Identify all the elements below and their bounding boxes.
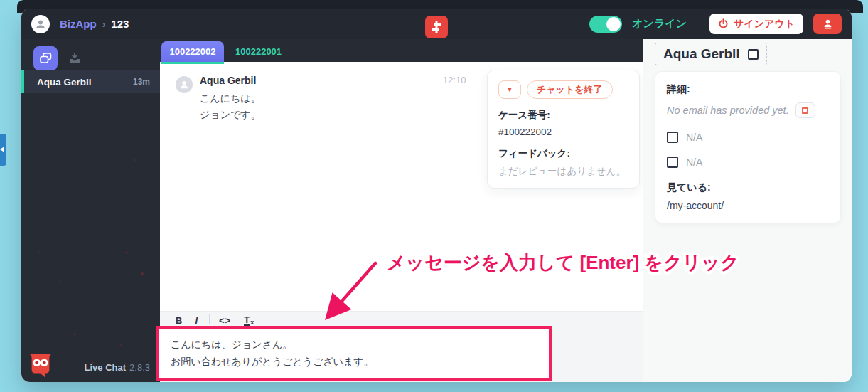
red-square-icon: [802, 107, 808, 114]
signout-button[interactable]: サインアウト: [709, 14, 803, 34]
message-line: ジョンです。: [200, 107, 261, 123]
na-checkbox-1[interactable]: [667, 132, 678, 143]
conversation-list-item[interactable]: Aqua Gerbil 13m: [21, 70, 160, 93]
online-status-toggle[interactable]: [589, 16, 622, 33]
center-app-button[interactable]: [425, 16, 448, 38]
tab-case-100222002[interactable]: 100222002: [161, 41, 224, 62]
message-body: こんにちは。 ジョンです。: [200, 90, 261, 123]
breadcrumb-page: 123: [111, 18, 129, 30]
transfer-glyph-icon: [429, 20, 444, 34]
message-avatar: [176, 76, 193, 93]
archive-tray-icon: [68, 51, 82, 65]
chats-filter-button[interactable]: [33, 46, 58, 70]
version-number: 2.8.3: [129, 362, 150, 373]
customer-checkbox[interactable]: [748, 49, 759, 60]
checkbox-row: N/A: [667, 157, 829, 168]
breadcrumb-chevron: ›: [102, 18, 106, 30]
user-avatar[interactable]: [31, 15, 50, 33]
italic-button[interactable]: I: [188, 313, 206, 326]
tab-case-100222001[interactable]: 100222001: [224, 41, 293, 62]
conversation-name: Aqua Gerbil: [37, 77, 133, 88]
close-chat-button[interactable]: チャットを終了: [527, 80, 613, 99]
composer-line: お問い合わせありがとうごとうございます。: [171, 353, 537, 370]
na-checkbox-2[interactable]: [667, 157, 678, 168]
brand-name[interactable]: BizApp: [60, 18, 97, 30]
chat-main-column: 100222002 100222001 Aqua Gerbil 12:10 こん…: [160, 39, 643, 382]
bold-button[interactable]: B: [169, 313, 188, 326]
case-number-label: ケース番号:: [498, 109, 628, 122]
customer-name: Aqua Gerbil: [663, 46, 740, 62]
archive-button[interactable]: [68, 51, 82, 65]
customer-panel: Aqua Gerbil 詳細: No email has provided ye…: [643, 39, 852, 382]
case-actions-dropdown-button[interactable]: ▼: [498, 80, 521, 99]
checkbox-label: N/A: [686, 132, 702, 143]
tab-bar: 100222002 100222001: [160, 39, 643, 62]
online-status-label: オンライン: [632, 17, 687, 31]
checkbox-row: N/A: [667, 132, 829, 143]
toggle-knob: [606, 17, 621, 31]
message-time: 12:10: [443, 75, 466, 85]
agent-button[interactable]: [813, 14, 842, 34]
format-bar: B I <> T x: [160, 312, 643, 327]
message-line: こんにちは。: [200, 90, 261, 107]
composer-region: B I <> T x こんにちは、ジョンさん。 お問い合わせありがとうごとうござ…: [160, 311, 643, 382]
customer-title-box: Aqua Gerbil: [655, 43, 767, 65]
left-edge-widget-tab[interactable]: [0, 134, 6, 166]
app-window: BizApp › 123 オンライン サインアウト: [21, 9, 852, 382]
clear-format-t: T: [244, 316, 250, 326]
case-card: ▼ チャットを終了 ケース番号: #100222002 フィードバック: まだレ…: [487, 70, 640, 189]
top-bar: BizApp › 123 オンライン サインアウト: [21, 9, 852, 39]
email-action-button[interactable]: [795, 102, 815, 118]
sidebar: Aqua Gerbil 13m Live Chat2.8.3: [21, 39, 160, 382]
caret-down-icon: ▼: [507, 86, 513, 93]
chat-bubbles-icon: [38, 51, 53, 65]
clear-format-x: x: [250, 319, 254, 326]
person-icon: [179, 80, 189, 90]
feedback-value: まだレビューはありません。: [498, 165, 628, 178]
app-name-label: Live Chat: [85, 362, 127, 373]
signout-label: サインアウト: [734, 18, 795, 31]
composer-line: こんにちは、ジョンさん。: [171, 336, 537, 353]
email-placeholder: No email has provided yet.: [667, 105, 789, 116]
owl-logo: [27, 352, 54, 381]
agent-person-icon: [823, 18, 833, 29]
viewing-label: 見ている:: [667, 181, 829, 194]
app-version: Live Chat2.8.3: [85, 362, 150, 373]
code-button[interactable]: <>: [213, 313, 237, 326]
message-input[interactable]: こんにちは、ジョンさん。 お問い合わせありがとうごとうございます。: [156, 326, 552, 381]
viewing-value: /my-account/: [667, 200, 829, 211]
toolbar-divider: [209, 314, 210, 324]
feedback-label: フィードバック:: [498, 147, 628, 160]
checkbox-label: N/A: [686, 157, 702, 168]
power-icon: [718, 18, 729, 29]
message-author: Aqua Gerbil: [200, 75, 256, 86]
clear-format-button[interactable]: T x: [237, 313, 260, 326]
conversation-age: 13m: [133, 77, 150, 87]
details-label: 詳細:: [667, 83, 829, 96]
details-card: 詳細: No email has provided yet. N/A N/A 見…: [655, 71, 841, 223]
person-icon: [35, 18, 46, 30]
case-number-value: #100222002: [498, 127, 628, 137]
